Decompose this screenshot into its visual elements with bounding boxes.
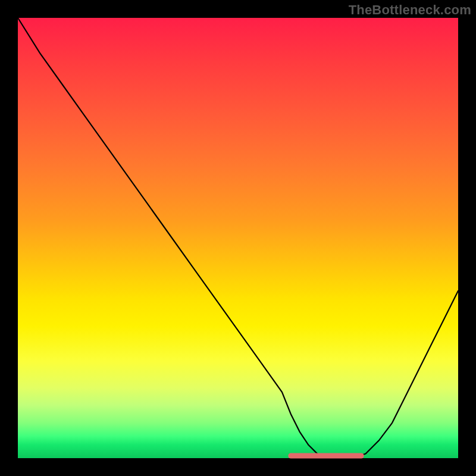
bottleneck-curve (18, 18, 458, 458)
watermark-text: TheBottleneck.com (349, 2, 471, 18)
chart-frame: TheBottleneck.com (0, 0, 476, 476)
plot-area (18, 18, 458, 458)
chart-svg (18, 18, 458, 458)
